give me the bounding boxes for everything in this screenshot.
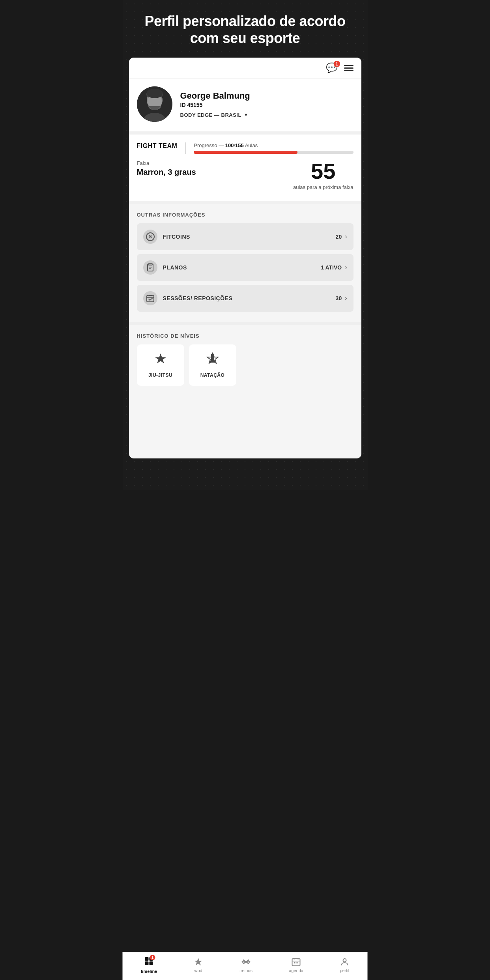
sessoes-icon: [143, 291, 157, 305]
svg-marker-17: [155, 353, 166, 363]
history-section: HISTÓRICO DE NÍVEIS JIU-JITSU: [129, 325, 361, 395]
classes-number: 55: [293, 160, 353, 182]
history-item-jiujitsu[interactable]: JIU-JITSU: [137, 344, 184, 386]
planos-item[interactable]: PLANOS 1 ATIVO ›: [137, 254, 353, 281]
fitcoins-icon: S: [143, 230, 157, 244]
notification-badge: 1: [334, 61, 340, 67]
svg-point-5: [147, 89, 163, 98]
fight-team-top: FIGHT TEAM Progresso — 100/155 Aulas: [137, 142, 353, 154]
planos-label: PLANOS: [163, 264, 321, 271]
app-background: Perfil personalizado de acordo com seu e…: [123, 0, 368, 490]
other-info-section: OUTRAS INFORMAÇÕES S FITCOINS 20 ›: [129, 204, 361, 325]
profile-name: George Balmung: [180, 91, 353, 101]
profile-info: George Balmung ID 45155 BODY EDGE — BRAS…: [180, 91, 353, 118]
fitcoins-value: 20: [336, 234, 342, 240]
profile-gym[interactable]: BODY EDGE — BRASIL ▼: [180, 112, 353, 118]
profile-id: ID 45155: [180, 102, 353, 108]
history-item-natacao[interactable]: NATAÇÃO: [189, 344, 236, 386]
avatar: [137, 86, 172, 122]
sessoes-item[interactable]: SESSÕES/ REPOSIÇÕES 30 ›: [137, 285, 353, 312]
classes-label: aulas para a próxima faixa: [293, 184, 353, 191]
fitcoins-item[interactable]: S FITCOINS 20 ›: [137, 223, 353, 250]
svg-rect-18: [211, 354, 214, 360]
sessoes-value: 30: [336, 295, 342, 301]
natacao-icon: [206, 352, 219, 368]
planos-arrow: ›: [345, 264, 347, 271]
other-info-title: OUTRAS INFORMAÇÕES: [137, 212, 353, 218]
hero-section: Perfil personalizado de acordo com seu e…: [123, 0, 368, 58]
fitcoins-label: FITCOINS: [163, 234, 336, 240]
planos-value: 1 ATIVO: [321, 264, 342, 271]
belt-info: Faixa Marron, 3 graus: [137, 160, 294, 177]
progress-bar: [194, 151, 353, 154]
classes-remaining: 55 aulas para a próxima faixa: [293, 160, 353, 191]
planos-icon: [143, 260, 157, 275]
main-card: 💬 1: [129, 58, 361, 458]
fight-team-label: FIGHT TEAM: [137, 142, 185, 150]
top-bar: 💬 1: [129, 58, 361, 79]
progress-section: Progresso — 100/155 Aulas: [185, 142, 353, 154]
svg-rect-19: [210, 360, 215, 363]
hero-title: Perfil personalizado de acordo com seu e…: [138, 13, 352, 47]
fight-team-body: Faixa Marron, 3 graus 55 aulas para a pr…: [137, 160, 353, 191]
jiujitsu-label: JIU-JITSU: [148, 372, 172, 378]
menu-button[interactable]: [344, 65, 353, 71]
jiujitsu-icon: [154, 352, 167, 368]
svg-rect-10: [148, 264, 152, 265]
belt-label: Faixa: [137, 160, 294, 166]
gym-dropdown-arrow: ▼: [244, 112, 248, 117]
belt-value: Marron, 3 graus: [137, 168, 294, 177]
sessoes-label: SESSÕES/ REPOSIÇÕES: [163, 295, 336, 301]
history-items: JIU-JITSU NATAÇÃO: [137, 344, 353, 386]
svg-rect-13: [147, 295, 154, 302]
svg-text:S: S: [148, 234, 151, 239]
sessoes-arrow: ›: [345, 295, 347, 302]
progress-bar-fill: [194, 151, 297, 154]
natacao-label: NATAÇÃO: [200, 372, 225, 378]
history-title: HISTÓRICO DE NÍVEIS: [137, 333, 353, 339]
progress-label: Progresso — 100/155 Aulas: [194, 142, 353, 148]
notification-button[interactable]: 💬 1: [326, 62, 338, 73]
fitcoins-arrow: ›: [345, 233, 347, 240]
fight-team-section: FIGHT TEAM Progresso — 100/155 Aulas Fai…: [129, 135, 361, 204]
profile-section: George Balmung ID 45155 BODY EDGE — BRAS…: [129, 79, 361, 135]
